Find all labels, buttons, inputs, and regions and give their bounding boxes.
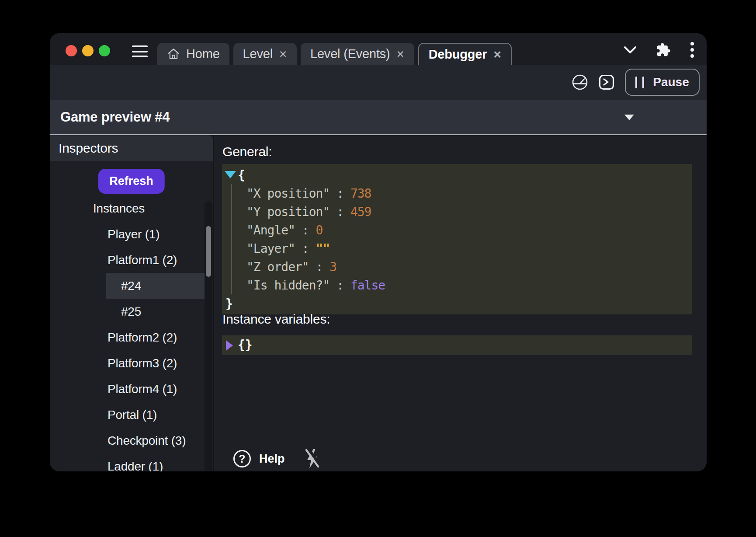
tree-item-platform3-2[interactable]: Platform3 (2) bbox=[50, 350, 213, 376]
app-window: HomeLevel✕Level (Events)✕Debugger✕ bbox=[50, 33, 707, 471]
inspectors-sidebar: Inspectors Refresh InstancesPlayer (1)Pl… bbox=[50, 135, 214, 471]
tree-item-platform2-2[interactable]: Platform2 (2) bbox=[50, 324, 213, 350]
zoom-window-button[interactable] bbox=[99, 45, 110, 56]
tree-item-label: Platform2 (2) bbox=[108, 331, 177, 345]
instance-variables-block: {} bbox=[222, 335, 692, 355]
inspectors-header: Inspectors bbox=[50, 135, 213, 161]
tabs: HomeLevel✕Level (Events)✕Debugger✕ bbox=[157, 43, 512, 65]
json-key: "Z order" : bbox=[246, 260, 329, 274]
general-properties-block: {"X position" : 738"Y position" : 459"An… bbox=[222, 164, 692, 314]
json-key: "Is hidden?" : bbox=[246, 278, 350, 293]
pause-label: Pause bbox=[653, 75, 689, 89]
json-value: 0 bbox=[316, 223, 323, 237]
tree-item-ladder-1[interactable]: Ladder (1) bbox=[50, 453, 213, 471]
refresh-button[interactable]: Refresh bbox=[98, 169, 165, 194]
json-row: "Angle" : 0 bbox=[222, 221, 692, 239]
sidebar-scrollbar-track[interactable] bbox=[205, 201, 212, 471]
help-button[interactable]: ? Help bbox=[233, 450, 285, 467]
tab-bar: HomeLevel✕Level (Events)✕Debugger✕ bbox=[50, 33, 707, 65]
variables-empty-value: {} bbox=[238, 338, 252, 352]
tab-label: Level bbox=[243, 47, 273, 61]
tab-home[interactable]: Home bbox=[157, 43, 229, 65]
collapse-caret-icon[interactable] bbox=[624, 115, 634, 120]
json-key: "Layer" : bbox=[246, 241, 316, 256]
json-value: 459 bbox=[350, 205, 371, 219]
extensions-puzzle-icon[interactable] bbox=[656, 42, 671, 57]
tab-label: Level (Events) bbox=[310, 47, 390, 61]
tab-actions bbox=[624, 40, 694, 59]
home-icon bbox=[167, 47, 180, 60]
tree-item-label: Checkpoint (3) bbox=[108, 434, 186, 448]
close-tab-icon[interactable]: ✕ bbox=[396, 49, 405, 59]
expand-variables-icon[interactable] bbox=[226, 340, 233, 351]
sidebar-scrollbar-thumb[interactable] bbox=[206, 226, 211, 277]
tree-item-label: Player (1) bbox=[108, 227, 160, 241]
tree-item-platform4-1[interactable]: Platform4 (1) bbox=[50, 376, 213, 402]
tree-item-label: Portal (1) bbox=[108, 408, 157, 422]
tree-item-label: #24 bbox=[121, 279, 141, 293]
json-row: { bbox=[222, 166, 692, 184]
tree-item-label: Platform3 (2) bbox=[108, 356, 177, 370]
tree-item-checkpoint-3[interactable]: Checkpoint (3) bbox=[50, 428, 213, 453]
json-row: } bbox=[222, 294, 692, 313]
instances-root-item[interactable]: Instances bbox=[50, 195, 213, 221]
debugger-content: Inspectors Refresh InstancesPlayer (1)Pl… bbox=[50, 135, 707, 471]
tree-item-portal-1[interactable]: Portal (1) bbox=[50, 402, 213, 428]
json-row: "Is hidden?" : false bbox=[222, 276, 692, 294]
json-row: "X position" : 738 bbox=[222, 184, 692, 202]
tree-item-player-1[interactable]: Player (1) bbox=[50, 221, 213, 247]
tab-debugger[interactable]: Debugger✕ bbox=[418, 43, 512, 65]
inspectors-header-label: Inspectors bbox=[59, 141, 118, 156]
tab-label: Debugger bbox=[429, 47, 487, 62]
tree-item-label: Platform4 (1) bbox=[108, 382, 177, 396]
help-row: ? Help bbox=[233, 448, 321, 469]
close-tab-icon[interactable]: ✕ bbox=[493, 49, 501, 60]
json-brace: { bbox=[238, 168, 245, 182]
json-value: "" bbox=[316, 241, 330, 256]
json-row: "Y position" : 459 bbox=[222, 202, 692, 221]
tree-item-label: Platform1 (2) bbox=[108, 253, 177, 267]
more-options-icon[interactable] bbox=[690, 42, 694, 58]
close-window-button[interactable] bbox=[66, 45, 77, 56]
tab-level-events[interactable]: Level (Events)✕ bbox=[301, 43, 414, 65]
general-section-label: General: bbox=[222, 144, 272, 159]
debugger-toolbar: Pause bbox=[50, 65, 707, 100]
main-menu-icon[interactable] bbox=[132, 45, 148, 57]
question-mark-icon: ? bbox=[233, 450, 251, 467]
game-preview-header[interactable]: Game preview #4 bbox=[50, 100, 707, 134]
tree-item-25[interactable]: #25 bbox=[50, 299, 213, 324]
minimize-window-button[interactable] bbox=[82, 45, 94, 56]
json-value: 3 bbox=[329, 260, 336, 274]
profiler-gauge-icon[interactable] bbox=[572, 74, 588, 91]
json-value: 738 bbox=[350, 186, 371, 201]
tab-level[interactable]: Level✕ bbox=[233, 43, 297, 65]
instance-inspector-panel: General: {"X position" : 738"Y position"… bbox=[215, 135, 707, 471]
close-tab-icon[interactable]: ✕ bbox=[279, 49, 287, 59]
window-controls bbox=[66, 45, 110, 56]
tree-item-label: Instances bbox=[93, 202, 145, 216]
screen-background: HomeLevel✕Level (Events)✕Debugger✕ bbox=[0, 0, 756, 537]
game-preview-title: Game preview #4 bbox=[60, 109, 170, 125]
tree-item-24[interactable]: #24 bbox=[50, 273, 213, 299]
chevron-down-icon[interactable] bbox=[624, 46, 637, 54]
json-key: "X position" : bbox=[246, 186, 350, 201]
tree-item-platform1-2[interactable]: Platform1 (2) bbox=[50, 247, 213, 273]
json-value: false bbox=[350, 278, 385, 293]
instance-variables-label: Instance variables: bbox=[222, 312, 330, 327]
tree-item-label: #25 bbox=[121, 305, 141, 319]
tab-label: Home bbox=[186, 47, 220, 61]
json-row: "Layer" : "" bbox=[222, 239, 692, 258]
tree-item-label: Ladder (1) bbox=[108, 460, 163, 472]
flash-off-icon[interactable] bbox=[304, 448, 321, 469]
json-key: "Angle" : bbox=[246, 223, 316, 237]
collapse-general-icon[interactable] bbox=[225, 171, 236, 178]
json-row: "Z order" : 3 bbox=[222, 258, 692, 276]
console-icon[interactable] bbox=[599, 74, 614, 90]
pause-button[interactable]: Pause bbox=[625, 69, 700, 96]
pause-icon bbox=[635, 77, 644, 88]
help-label: Help bbox=[259, 452, 285, 466]
json-key: "Y position" : bbox=[246, 205, 350, 219]
json-brace: } bbox=[225, 296, 232, 311]
